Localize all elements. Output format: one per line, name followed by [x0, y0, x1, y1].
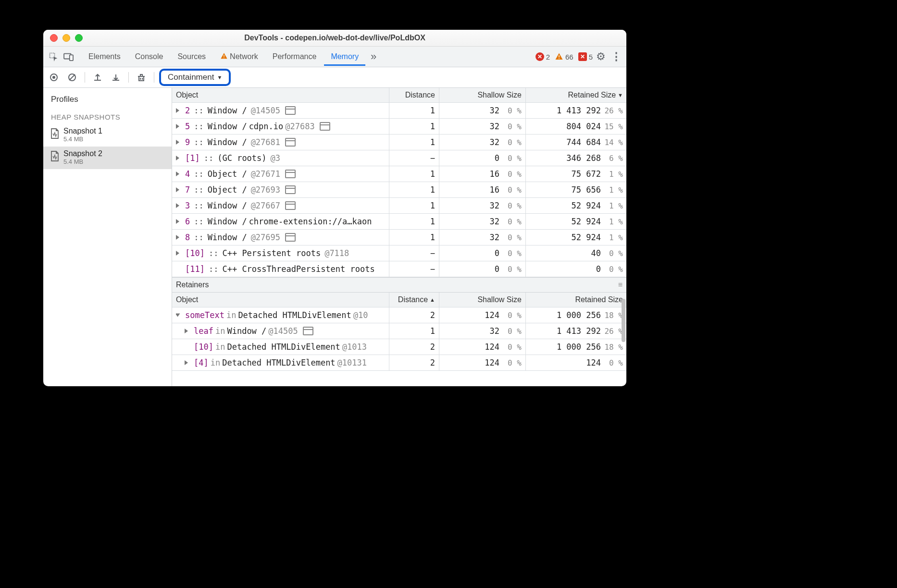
heap-snapshots-group: HEAP SNAPSHOTS: [43, 109, 172, 124]
col-shallow-header[interactable]: Shallow Size: [439, 88, 526, 102]
save-profile-icon[interactable]: [108, 70, 124, 85]
tab-memory[interactable]: Memory: [324, 48, 365, 66]
col-shallow-header-2[interactable]: Shallow Size: [439, 293, 526, 307]
retainers-grid-header: Object Distance▲ Shallow Size Retained S…: [172, 293, 626, 307]
retainer-row[interactable]: leaf in Window / @14505 1 320 % 1 413 29…: [172, 323, 626, 339]
expand-icon[interactable]: [176, 219, 179, 224]
main-panel: Object Distance Shallow Size Retained Si…: [172, 88, 626, 386]
object-row[interactable]: 8::Window / @27695 1 320 % 52 9241 %: [172, 230, 626, 245]
errors-badge[interactable]: ✕2: [536, 52, 550, 61]
zoom-icon[interactable]: [75, 34, 83, 42]
memory-toolbar: Containment ▼: [43, 67, 626, 88]
snapshot-size: 5.4 MB: [63, 135, 102, 143]
expand-icon[interactable]: [185, 329, 188, 333]
perspective-dropdown[interactable]: Containment ▼: [159, 69, 231, 86]
expand-icon[interactable]: [176, 314, 180, 317]
col-distance-header-2[interactable]: Distance▲: [389, 293, 439, 307]
settings-icon[interactable]: ⚙: [594, 50, 608, 63]
svg-rect-2: [70, 55, 73, 61]
tab-elements[interactable]: Elements: [82, 48, 127, 66]
expand-icon[interactable]: [176, 172, 179, 176]
svg-line-10: [69, 74, 75, 80]
object-row[interactable]: 2::Window / @14505 1 320 % 1 413 29226 %: [172, 103, 626, 119]
window-icon: [285, 106, 296, 115]
scrollbar-thumb[interactable]: [622, 299, 625, 342]
expand-icon[interactable]: [176, 124, 179, 129]
window-icon: [285, 185, 296, 194]
expand-icon[interactable]: [176, 187, 179, 192]
load-profile-icon[interactable]: [90, 70, 105, 85]
svg-point-8: [52, 76, 55, 79]
retainers-header[interactable]: Retainers ≡: [172, 277, 626, 293]
critical-badge[interactable]: ✕5: [578, 52, 593, 61]
more-tabs-icon[interactable]: »: [366, 50, 381, 63]
retainers-menu-icon[interactable]: ≡: [618, 281, 623, 289]
tab-sources[interactable]: Sources: [171, 48, 212, 66]
devtools-window: DevTools - codepen.io/web-dot-dev/live/P…: [43, 30, 626, 386]
expand-icon[interactable]: [176, 251, 179, 256]
expand-icon[interactable]: [176, 203, 179, 208]
snapshot-name: Snapshot 2: [63, 149, 102, 158]
body: Profiles HEAP SNAPSHOTS Snapshot 1 5.4 M…: [43, 88, 626, 386]
snapshot-size: 5.4 MB: [63, 158, 102, 165]
objects-rows: 2::Window / @14505 1 320 % 1 413 29226 %…: [172, 103, 626, 277]
object-row[interactable]: 7::Object / @27693 1 160 % 75 6561 %: [172, 182, 626, 198]
object-row[interactable]: 4::Object / @27671 1 160 % 75 6721 %: [172, 166, 626, 182]
kebab-menu-icon[interactable]: ⋮: [609, 50, 623, 63]
minimize-icon[interactable]: [62, 34, 70, 42]
traffic-lights: [43, 34, 83, 42]
collect-garbage-icon[interactable]: [134, 70, 149, 85]
window-icon: [285, 201, 296, 210]
svg-rect-4: [224, 58, 224, 58]
snapshot-item[interactable]: Snapshot 1 5.4 MB: [43, 124, 172, 147]
retainer-row[interactable]: [4] in Detached HTMLDivElement @10131 2 …: [172, 355, 626, 371]
window-icon: [285, 170, 296, 178]
svg-rect-11: [139, 76, 144, 81]
record-icon[interactable]: [46, 70, 62, 85]
retainer-row[interactable]: [10] in Detached HTMLDivElement @1013 2 …: [172, 339, 626, 355]
retainers-rows: someText in Detached HTMLDivElement @10 …: [172, 307, 626, 371]
tab-performance[interactable]: Performance: [266, 48, 324, 66]
window-icon: [303, 327, 313, 335]
profiles-heading: Profiles: [43, 88, 172, 109]
tab-console[interactable]: Console: [128, 48, 170, 66]
panels-tabbar: Elements Console Sources Network Perform…: [43, 47, 626, 67]
snapshot-icon: [50, 150, 60, 163]
retainer-row[interactable]: someText in Detached HTMLDivElement @10 …: [172, 307, 626, 323]
expand-icon[interactable]: [176, 108, 179, 113]
clear-icon[interactable]: [64, 70, 80, 85]
object-row[interactable]: [1]::(GC roots) @3 − 00 % 346 2686 %: [172, 150, 626, 166]
expand-icon[interactable]: [185, 360, 188, 365]
col-distance-header[interactable]: Distance: [389, 88, 439, 102]
snapshot-name: Snapshot 1: [63, 127, 102, 135]
object-row[interactable]: [10]::C++ Persistent roots @7118 − 00 % …: [172, 245, 626, 261]
window-icon: [320, 122, 330, 131]
snapshot-item[interactable]: Snapshot 2 5.4 MB: [43, 147, 172, 169]
expand-icon[interactable]: [176, 140, 179, 145]
window-icon: [285, 138, 296, 147]
object-row[interactable]: 6::Window / chrome-extension://a…kaon 1 …: [172, 214, 626, 230]
device-toolbar-icon[interactable]: [62, 52, 76, 61]
object-row[interactable]: 9::Window / @27681 1 320 % 744 68414 %: [172, 135, 626, 150]
profiles-sidebar: Profiles HEAP SNAPSHOTS Snapshot 1 5.4 M…: [43, 88, 172, 386]
object-row[interactable]: [11]::C++ CrossThreadPersistent roots − …: [172, 261, 626, 277]
window-title: DevTools - codepen.io/web-dot-dev/live/P…: [43, 34, 626, 42]
warnings-badge[interactable]: 66: [555, 52, 573, 61]
tab-network[interactable]: Network: [213, 48, 265, 66]
object-row[interactable]: 3::Window / @27667 1 320 % 52 9241 %: [172, 198, 626, 214]
objects-grid-header: Object Distance Shallow Size Retained Si…: [172, 88, 626, 103]
col-retained-header-2[interactable]: Retained Size: [526, 293, 626, 307]
svg-rect-5: [559, 55, 560, 58]
svg-rect-3: [224, 55, 224, 57]
expand-icon[interactable]: [176, 156, 179, 160]
col-object-header[interactable]: Object: [172, 88, 389, 102]
object-row[interactable]: 5::Window / cdpn.io @27683 1 320 % 804 0…: [172, 119, 626, 135]
col-object-header-2[interactable]: Object: [172, 293, 389, 307]
window-icon: [285, 233, 296, 242]
expand-icon[interactable]: [176, 235, 179, 240]
snapshot-icon: [50, 128, 60, 140]
close-icon[interactable]: [50, 34, 58, 42]
svg-rect-6: [559, 58, 560, 59]
inspect-icon[interactable]: [46, 52, 61, 61]
col-retained-header[interactable]: Retained Size▼: [526, 88, 626, 102]
